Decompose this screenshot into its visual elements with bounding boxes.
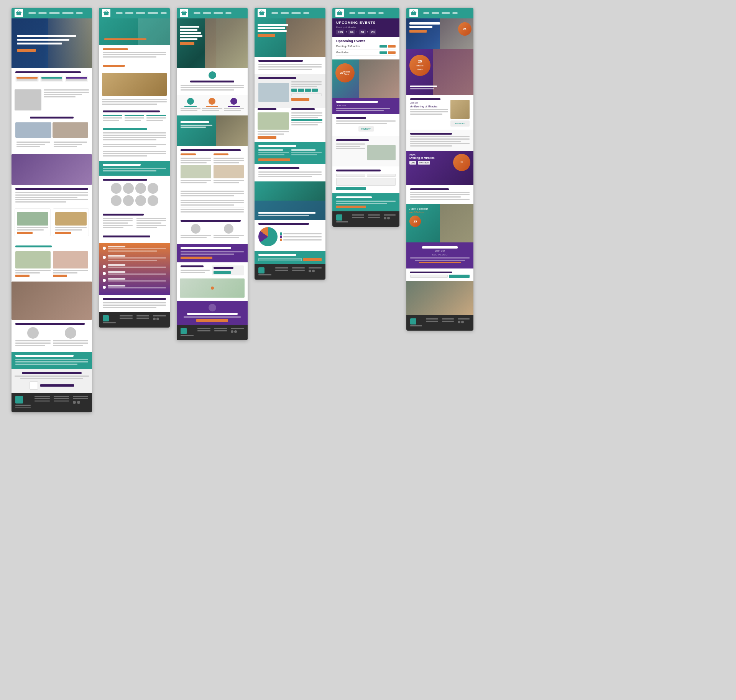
navbar-eom — [406, 8, 473, 18]
hero-programs — [177, 18, 248, 68]
email-input-eom[interactable] — [410, 275, 448, 278]
card-item — [15, 208, 51, 236]
upcoming-events-title: UPCOMING EVENTS — [336, 21, 396, 25]
nav-link[interactable] — [125, 12, 133, 14]
volunteer-section — [12, 242, 92, 282]
navbar-about — [99, 8, 170, 18]
footer-events — [332, 211, 399, 227]
logo-eom[interactable] — [409, 9, 418, 17]
volunteer-donate-section — [255, 108, 325, 142]
nav-links-about — [116, 12, 167, 14]
nav-link[interactable] — [358, 12, 365, 14]
hero-cta-home[interactable] — [17, 49, 36, 52]
nav-link[interactable] — [62, 12, 74, 14]
board-section — [99, 211, 170, 232]
submit-btn[interactable] — [336, 187, 366, 190]
nav-link[interactable] — [136, 12, 145, 14]
nav-link[interactable] — [303, 12, 309, 14]
nav-link[interactable] — [76, 12, 83, 14]
nav-link[interactable] — [161, 12, 167, 14]
event-details-btn[interactable] — [380, 45, 387, 48]
svg-rect-4 — [337, 12, 342, 15]
upcoming-events-body: Upcoming Events Evening of Miracles Grat… — [332, 37, 399, 59]
testimonials-programs — [177, 217, 248, 244]
large-image-2 — [12, 282, 92, 320]
logo-home[interactable] — [15, 9, 23, 17]
navbar-donate — [255, 8, 325, 18]
form-field-message[interactable] — [336, 178, 396, 186]
card-item — [53, 208, 89, 236]
nav-link[interactable] — [432, 12, 439, 14]
dei-section — [99, 295, 170, 312]
maximize-impact — [255, 142, 325, 164]
nav-link[interactable] — [452, 12, 458, 14]
logo-programs[interactable] — [180, 9, 188, 17]
programs-intro — [177, 68, 248, 95]
event-register-btn[interactable] — [388, 45, 396, 48]
nav-links-donate — [271, 12, 309, 14]
event-register-btn-2[interactable] — [388, 51, 396, 54]
navbar-events — [332, 8, 399, 18]
become-sponsor-section — [406, 185, 473, 204]
history-section — [99, 232, 170, 243]
no-better-time-about — [99, 161, 170, 176]
nav-link[interactable] — [291, 12, 301, 14]
programming-grid — [15, 121, 88, 150]
page-container: UPCOMING EVENTS Evening of Miracles 005 … — [0, 0, 736, 700]
nav-link[interactable] — [38, 12, 47, 14]
nav-link[interactable] — [378, 12, 384, 14]
nav-link[interactable] — [28, 12, 36, 14]
upcoming-events-header: UPCOMING EVENTS Evening of Miracles 005 … — [332, 18, 399, 37]
logo-about[interactable] — [102, 9, 110, 17]
nav-link[interactable] — [225, 12, 232, 14]
column-programs — [177, 8, 248, 340]
email-signup-eom — [406, 268, 473, 281]
event-row-evening: Evening of Miracles — [336, 45, 396, 49]
footer-donate — [255, 264, 325, 280]
logo-donate[interactable] — [258, 9, 266, 17]
nav-link[interactable] — [214, 12, 223, 14]
nav-link[interactable] — [271, 12, 278, 14]
mission-section — [99, 45, 170, 62]
logo-events[interactable] — [335, 9, 344, 17]
footer-home — [12, 393, 92, 412]
subscribe-btn-eom[interactable] — [449, 275, 470, 278]
form-field-name[interactable] — [336, 174, 365, 177]
hero-donate — [255, 18, 325, 57]
nav-link[interactable] — [281, 12, 289, 14]
impact-image — [255, 181, 325, 220]
programming-section — [12, 114, 92, 154]
event-details-btn-2[interactable] — [380, 51, 387, 54]
countdown-days: 005 — [336, 30, 344, 35]
event-buttons-2 — [380, 51, 396, 54]
image-text-section — [12, 88, 92, 112]
nav-link[interactable] — [194, 12, 200, 14]
stats-section — [12, 68, 92, 86]
nav-link[interactable] — [442, 12, 450, 14]
hero-home — [12, 18, 92, 68]
nav-link[interactable] — [116, 12, 123, 14]
make-donation-section — [255, 74, 325, 108]
svg-rect-3 — [260, 12, 264, 15]
about-image-text — [99, 71, 170, 107]
event-row-gratitudes: Gratitudes — [336, 51, 396, 56]
column-about — [99, 8, 170, 328]
form-field-email[interactable] — [367, 174, 396, 177]
nav-link[interactable] — [203, 12, 211, 14]
footer-programs — [177, 325, 248, 340]
map-section — [177, 278, 248, 301]
save-the-date-section: JOIN US! — [332, 98, 399, 114]
save-date-cta: JOIN US! SAVE THE DATE! — [406, 242, 473, 268]
countdown-seconds: 23 — [370, 30, 376, 35]
nav-link[interactable] — [148, 12, 158, 14]
nav-links-eom — [423, 12, 458, 14]
sponsors-section: 25 2023Evening of Miracles CPA PARTNER — [406, 151, 473, 185]
upcoming-events-section-title: Upcoming Events — [336, 39, 396, 43]
nav-link[interactable] — [368, 12, 376, 14]
nav-link[interactable] — [49, 12, 60, 14]
nav-link[interactable] — [423, 12, 429, 14]
steps-section — [177, 95, 248, 115]
lives-change-section — [12, 185, 92, 207]
nav-link[interactable] — [349, 12, 355, 14]
contact-us-section — [332, 136, 399, 166]
